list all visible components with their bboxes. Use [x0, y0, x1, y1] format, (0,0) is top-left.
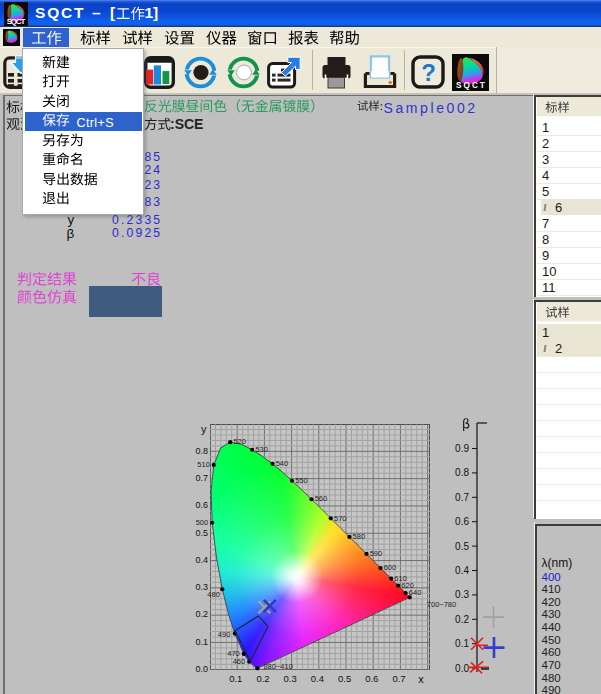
svg-text:0.7: 0.7 [455, 492, 469, 503]
svg-text:?: ? [421, 59, 436, 86]
svg-text:600: 600 [384, 563, 397, 572]
svg-text:570: 570 [334, 514, 347, 523]
svg-text:550: 550 [295, 476, 308, 485]
svg-text:520: 520 [233, 437, 246, 446]
svg-text:0.4: 0.4 [455, 565, 469, 576]
svg-text:0.1: 0.1 [455, 638, 469, 649]
svg-text:490: 490 [218, 630, 231, 639]
svg-text:0.5: 0.5 [455, 541, 469, 552]
svg-text:590: 590 [370, 549, 383, 558]
svg-text:0.0: 0.0 [455, 663, 469, 674]
svg-text:460: 460 [233, 657, 246, 666]
svg-text:0.8: 0.8 [455, 467, 469, 478]
svg-text:SQCT: SQCT [7, 17, 26, 26]
svg-text:0.3: 0.3 [455, 589, 469, 600]
svg-text:380~410: 380~410 [263, 662, 292, 671]
svg-text:560: 560 [315, 494, 328, 503]
svg-text:500: 500 [196, 518, 209, 527]
svg-text:510: 510 [197, 460, 210, 469]
svg-text:540: 540 [276, 459, 289, 468]
svg-text:580: 580 [353, 532, 366, 541]
svg-text:0.6: 0.6 [455, 516, 469, 527]
svg-text:0.2: 0.2 [455, 614, 469, 625]
svg-text:530: 530 [255, 445, 268, 454]
svg-text:0.9: 0.9 [455, 443, 469, 454]
svg-text:480: 480 [207, 590, 220, 599]
